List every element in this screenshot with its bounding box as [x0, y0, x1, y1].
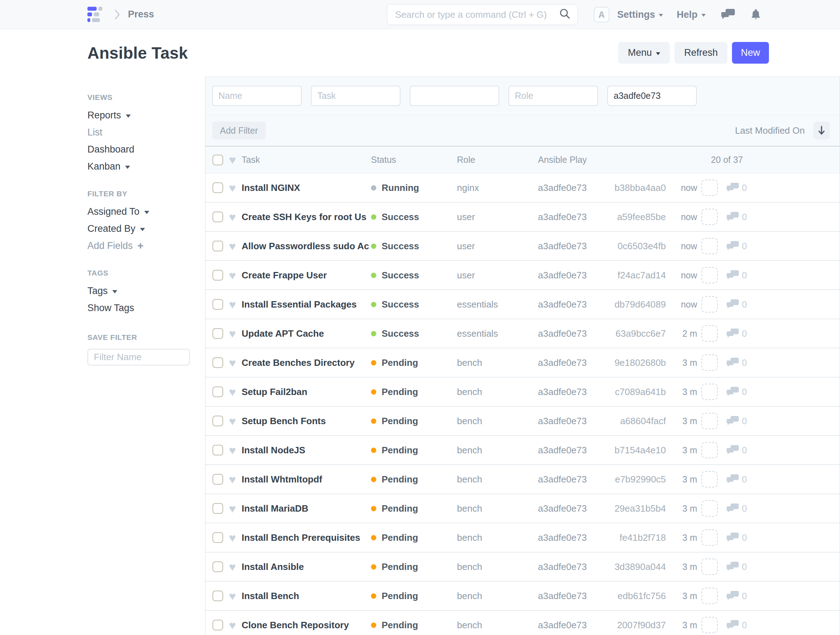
column-header-play[interactable]: Ansible Play [538, 155, 613, 165]
sidebar-item-reports[interactable]: Reports [87, 107, 191, 124]
row-checkbox[interactable] [213, 561, 223, 572]
task-name-link[interactable]: Install NodeJS [242, 445, 371, 456]
heart-icon[interactable]: ♥ [229, 503, 236, 515]
sidebar-item-tags[interactable]: Tags [87, 282, 191, 299]
filter-input-role[interactable] [508, 86, 598, 106]
row-checkbox[interactable] [213, 212, 223, 222]
row-checkbox[interactable] [213, 503, 223, 514]
table-row[interactable]: ♥ Create SSH Keys for root Us Success us… [205, 203, 840, 232]
filter-input-task[interactable] [311, 86, 401, 106]
assign-placeholder[interactable] [701, 296, 718, 312]
heart-icon[interactable]: ♥ [229, 357, 236, 369]
select-all-checkbox[interactable] [213, 155, 223, 165]
table-row[interactable]: ♥ Clone Bench Repository Pending bench a… [205, 611, 840, 635]
magnifier-icon[interactable] [559, 8, 571, 21]
row-checkbox[interactable] [213, 241, 223, 251]
help-menu[interactable]: Help [677, 9, 706, 20]
row-checkbox[interactable] [213, 386, 223, 397]
sidebar-item-list[interactable]: List [87, 124, 191, 141]
task-name-link[interactable]: Create Benches Directory [242, 357, 371, 368]
comments-indicator[interactable]: 0 [722, 358, 749, 368]
heart-icon[interactable]: ♥ [229, 211, 236, 223]
heart-icon[interactable]: ♥ [229, 182, 236, 194]
comments-indicator[interactable]: 0 [722, 212, 749, 222]
row-checkbox[interactable] [213, 474, 223, 485]
table-row[interactable]: ♥ Setup Bench Fonts Pending bench a3adfe… [205, 407, 840, 436]
breadcrumb[interactable]: Press [128, 9, 154, 20]
assign-placeholder[interactable] [701, 355, 718, 371]
task-name-link[interactable]: Setup Fail2ban [242, 386, 371, 397]
comments-indicator[interactable]: 0 [722, 562, 749, 572]
menu-button[interactable]: Menu [618, 42, 670, 63]
comments-indicator[interactable]: 0 [722, 533, 749, 543]
task-name-link[interactable]: Install Bench [242, 591, 371, 602]
comments-indicator[interactable]: 0 [722, 299, 749, 310]
heart-icon[interactable]: ♥ [229, 619, 236, 631]
settings-menu[interactable]: Settings [617, 9, 663, 20]
comments-indicator[interactable]: 0 [722, 183, 749, 193]
table-row[interactable]: ♥ Install Bench Prerequisites Pending be… [205, 523, 840, 553]
comments-indicator[interactable]: 0 [722, 329, 749, 339]
table-row[interactable]: ♥ Install Whtmltopdf Pending bench a3adf… [205, 465, 840, 494]
heart-icon[interactable]: ♥ [229, 561, 236, 573]
task-name-link[interactable]: Install Bench Prerequisites [242, 532, 371, 543]
table-row[interactable]: ♥ Setup Fail2ban Pending bench a3adfe0e7… [205, 378, 840, 407]
heart-icon[interactable]: ♥ [229, 415, 236, 427]
task-name-link[interactable]: Allow Passwordless sudo Ac [242, 241, 371, 252]
sidebar-item-dashboard[interactable]: Dashboard [87, 141, 191, 158]
row-checkbox[interactable] [213, 591, 223, 601]
assign-placeholder[interactable] [701, 442, 718, 458]
sidebar-item-show-tags[interactable]: Show Tags [87, 299, 191, 317]
comments-indicator[interactable]: 0 [722, 620, 749, 630]
sort-direction-button[interactable] [813, 122, 830, 139]
filter-name-input[interactable] [87, 349, 190, 366]
sidebar-item-add-fields[interactable]: Add Fields + [87, 237, 191, 254]
chat-bubbles-icon[interactable] [721, 9, 735, 20]
filter-input-play[interactable] [607, 86, 697, 106]
assign-placeholder[interactable] [701, 267, 718, 283]
task-name-link[interactable]: Create SSH Keys for root Us [242, 212, 371, 223]
table-row[interactable]: ♥ Create Benches Directory Pending bench… [205, 348, 840, 378]
heart-icon[interactable]: ♥ [229, 445, 236, 456]
assign-placeholder[interactable] [701, 179, 718, 196]
table-row[interactable]: ♥ Install Ansible Pending bench a3adfe0e… [205, 553, 840, 582]
frappe-logo-icon[interactable] [87, 7, 102, 22]
row-checkbox[interactable] [213, 182, 223, 193]
task-name-link[interactable]: Install MariaDB [242, 503, 371, 514]
task-name-link[interactable]: Install NGINX [242, 182, 371, 193]
comments-indicator[interactable]: 0 [722, 504, 749, 514]
new-button[interactable]: New [732, 42, 769, 63]
task-name-link[interactable]: Install Whtmltopdf [242, 474, 371, 485]
comments-indicator[interactable]: 0 [722, 241, 749, 251]
heart-icon[interactable]: ♥ [229, 473, 236, 485]
heart-icon[interactable]: ♥ [229, 154, 236, 166]
user-avatar[interactable]: A [594, 7, 609, 22]
heart-icon[interactable]: ♥ [229, 299, 236, 310]
comments-indicator[interactable]: 0 [722, 387, 749, 397]
assign-placeholder[interactable] [701, 559, 718, 575]
row-checkbox[interactable] [213, 357, 223, 368]
table-row[interactable]: ♥ Install NGINX Running nginx a3adfe0e73… [205, 174, 840, 203]
assign-placeholder[interactable] [701, 588, 718, 604]
heart-icon[interactable]: ♥ [229, 269, 236, 281]
column-header-task[interactable]: Task [242, 155, 371, 165]
sort-by-selector[interactable]: Last Modified On [735, 125, 805, 136]
assign-placeholder[interactable] [701, 238, 718, 254]
table-row[interactable]: ♥ Install MariaDB Pending bench a3adfe0e… [205, 494, 840, 523]
assign-placeholder[interactable] [701, 325, 718, 342]
row-checkbox[interactable] [213, 270, 223, 280]
task-name-link[interactable]: Install Essential Packages [242, 299, 371, 310]
assign-placeholder[interactable] [701, 413, 718, 429]
assign-placeholder[interactable] [701, 384, 718, 400]
row-checkbox[interactable] [213, 299, 223, 310]
task-name-link[interactable]: Update APT Cache [242, 328, 371, 339]
row-checkbox[interactable] [213, 445, 223, 456]
column-header-role[interactable]: Role [457, 155, 538, 165]
table-row[interactable]: ♥ Update APT Cache Success essentials a3… [205, 319, 840, 348]
bell-icon[interactable] [750, 8, 761, 21]
assign-placeholder[interactable] [701, 500, 718, 516]
comments-indicator[interactable]: 0 [722, 445, 749, 456]
heart-icon[interactable]: ♥ [229, 328, 236, 340]
row-checkbox[interactable] [213, 416, 223, 426]
comments-indicator[interactable]: 0 [722, 270, 749, 280]
